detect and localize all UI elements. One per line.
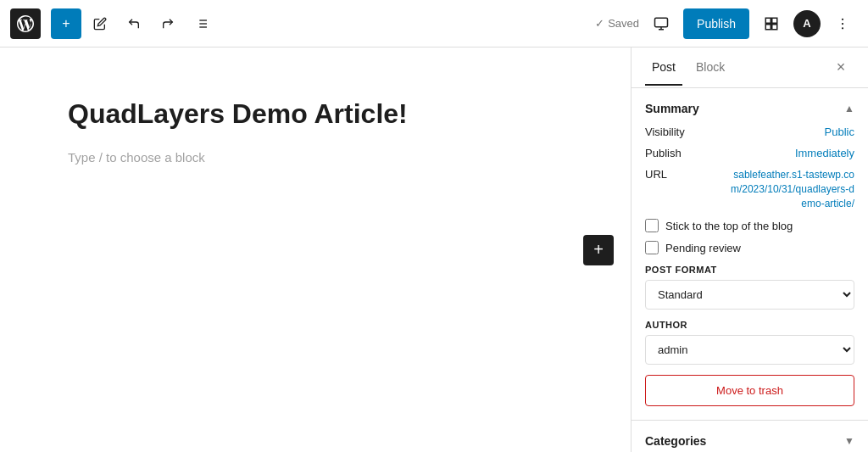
summary-toggle-icon: ▲ [844, 103, 854, 114]
tab-block[interactable]: Block [689, 50, 732, 86]
svg-point-15 [842, 27, 843, 29]
toolbar-right: ✓ Saved Publish A [595, 8, 858, 39]
toolbar-left: + [10, 8, 592, 39]
settings-button[interactable] [756, 8, 787, 39]
svg-rect-12 [765, 24, 771, 29]
post-format-select[interactable]: Standard Aside Image Video Quote Link Ga… [645, 280, 854, 310]
preview-button[interactable] [646, 8, 676, 39]
block-placeholder[interactable]: Type / to choose a block [68, 150, 563, 165]
publish-value[interactable]: Immediately [795, 147, 854, 159]
svg-point-14 [842, 22, 843, 24]
check-icon: ✓ [595, 17, 604, 30]
summary-section: Summary ▲ Visibility Public Publish Imme… [632, 88, 868, 421]
post-title[interactable]: QuadLayers Demo Article! [68, 98, 563, 130]
pencil-icon-button[interactable] [85, 8, 115, 39]
editor-area[interactable]: QuadLayers Demo Article! Type / to choos… [0, 47, 631, 452]
visibility-row: Visibility Public [645, 126, 854, 138]
undo-button[interactable] [119, 8, 149, 39]
stick-to-top-row: Stick to the top of the blog [645, 219, 854, 232]
summary-title: Summary [645, 102, 699, 115]
add-block-button[interactable]: + [51, 8, 81, 39]
stick-to-top-checkbox[interactable] [645, 219, 659, 232]
url-value[interactable]: sablefeather.s1-tastewp.com/2023/10/31/q… [727, 168, 854, 210]
svg-point-13 [842, 18, 843, 20]
categories-title: Categories [645, 434, 706, 448]
categories-chevron-icon: ▼ [844, 435, 854, 447]
visibility-label: Visibility [645, 126, 685, 138]
saved-status: ✓ Saved [595, 17, 639, 30]
main-layout: QuadLayers Demo Article! Type / to choos… [0, 47, 868, 452]
summary-header[interactable]: Summary ▲ [645, 102, 854, 115]
tab-post[interactable]: Post [645, 50, 682, 86]
svg-rect-10 [772, 18, 777, 23]
publish-button[interactable]: Publish [683, 8, 749, 39]
stick-to-top-label: Stick to the top of the blog [665, 220, 793, 232]
url-label: URL [645, 168, 667, 181]
redo-button[interactable] [153, 8, 183, 39]
svg-rect-6 [655, 18, 668, 27]
sidebar-close-button[interactable]: × [827, 54, 854, 81]
sidebar-header: Post Block × [632, 47, 868, 88]
toolbar: + ✓ Saved Publish A [0, 0, 868, 47]
move-to-trash-button[interactable]: Move to trash [645, 375, 854, 406]
avatar-button[interactable]: A [793, 10, 821, 37]
visibility-value[interactable]: Public [825, 126, 854, 138]
pending-review-row: Pending review [645, 241, 854, 254]
list-view-button[interactable] [186, 8, 217, 39]
categories-section[interactable]: Categories ▼ [632, 421, 868, 452]
pending-review-label: Pending review [665, 242, 741, 254]
pending-review-checkbox[interactable] [645, 241, 659, 254]
author-select[interactable]: admin [645, 335, 854, 365]
wp-logo-icon[interactable] [10, 8, 41, 39]
sidebar: Post Block × Summary ▲ Visibility Public… [631, 47, 868, 452]
saved-text: Saved [608, 17, 639, 30]
post-format-label: POST FORMAT [645, 265, 854, 275]
publish-label: Publish [645, 147, 682, 159]
more-options-button[interactable] [827, 8, 858, 39]
author-label: AUTHOR [645, 320, 854, 330]
publish-row: Publish Immediately [645, 147, 854, 159]
svg-rect-9 [765, 18, 771, 23]
url-row: URL sablefeather.s1-tastewp.com/2023/10/… [645, 168, 854, 210]
add-block-floating-button[interactable]: + [583, 235, 614, 265]
svg-rect-11 [772, 24, 777, 29]
